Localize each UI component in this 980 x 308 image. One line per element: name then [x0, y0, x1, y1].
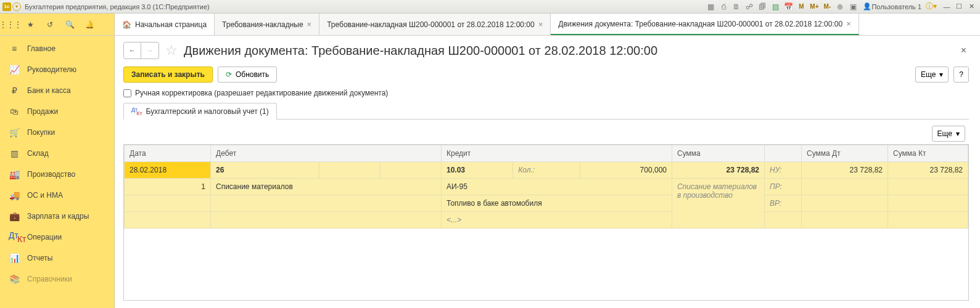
preview-icon[interactable]: ▦: [705, 1, 716, 12]
panel-icon[interactable]: ▣: [847, 1, 859, 12]
sidebar-item-label: Главное: [27, 44, 56, 53]
col-sumkt[interactable]: Сумма Кт: [888, 145, 968, 162]
sidebar-item-catalogs[interactable]: 📚Справочники: [0, 269, 114, 290]
sidebar-item-purchases[interactable]: 🛒Покупки: [0, 122, 114, 143]
close-page-icon[interactable]: ×: [958, 45, 969, 56]
sidebar-item-reports[interactable]: 📊Отчеты: [0, 248, 114, 269]
doc-icon[interactable]: 🗎: [731, 1, 742, 12]
more-button[interactable]: Еще ▾: [915, 67, 949, 83]
sidebar-item-label: ОС и НМА: [27, 191, 63, 200]
cell-sum: 23 728,82: [672, 162, 765, 179]
sidebar-item-production[interactable]: 🏭Производство: [0, 164, 114, 185]
info-icon[interactable]: ⓘ▾: [926, 1, 937, 12]
cell-qty: 700,000: [580, 162, 672, 179]
sidebar-item-label: Склад: [27, 149, 49, 158]
link-icon[interactable]: ☍: [744, 1, 755, 12]
window-title: Бухгалтерия предприятия, редакция 3.0 (1…: [25, 3, 210, 10]
sidebar-item-sales[interactable]: 🛍Продажи: [0, 101, 114, 122]
entry-row[interactable]: Топливо в баке автомобиля ВР:: [125, 195, 968, 212]
back-button[interactable]: ←: [124, 43, 141, 59]
cell-empty: [888, 212, 968, 229]
tab-doc-label: Требование-накладная Ш200-000001 от 28.0…: [327, 20, 535, 29]
calc-icon[interactable]: ▤: [770, 1, 781, 12]
book-icon: 📚: [9, 274, 20, 284]
sidebar-item-main[interactable]: ≡Главное: [0, 38, 114, 59]
cell-empty: [319, 162, 381, 179]
sidebar-item-operations[interactable]: Операции: [0, 227, 114, 248]
page-title: Движения документа: Требование-накладная…: [184, 44, 952, 58]
chart-icon: 📈: [9, 65, 20, 75]
navigation-sidebar: ≡Главное 📈Руководителю ₽Банк и касса 🛍Пр…: [0, 36, 115, 308]
close-icon[interactable]: ×: [307, 20, 312, 29]
search-icon[interactable]: 🔍: [63, 18, 76, 31]
apps-icon[interactable]: ⋮⋮⋮: [4, 18, 17, 31]
calendar-icon[interactable]: 📅: [783, 1, 794, 12]
m-icon[interactable]: M: [796, 1, 807, 12]
close-window-icon[interactable]: ✕: [965, 2, 978, 12]
sidebar-item-assets[interactable]: 🚚ОС и НМА: [0, 185, 114, 206]
sidebar-item-label: Производство: [27, 170, 75, 179]
col-type[interactable]: [765, 145, 802, 162]
forward-button[interactable]: →: [141, 43, 159, 59]
help-button[interactable]: ?: [953, 67, 969, 83]
zoom-icon[interactable]: ⊕: [834, 1, 846, 12]
entries-grid[interactable]: Дата Дебет Кредит Сумма Сумма Дт Сумма К…: [123, 144, 969, 301]
col-credit[interactable]: Кредит: [441, 145, 672, 162]
print-icon[interactable]: ⎙: [718, 1, 729, 12]
cell-empty: [802, 212, 888, 229]
m-minus-icon[interactable]: M-: [821, 1, 833, 12]
favorite-star-icon[interactable]: ☆: [165, 43, 178, 59]
cell-sumdt: 23 728,82: [802, 162, 888, 179]
star-icon[interactable]: ★: [23, 18, 37, 31]
manual-edit-checkbox[interactable]: [123, 89, 131, 97]
history-icon[interactable]: ↺: [43, 18, 57, 31]
bag-icon: 🛍: [9, 107, 20, 116]
dropdown-icon[interactable]: ▾: [12, 2, 21, 11]
register-tabs: Бухгалтерский и налоговый учет (1): [123, 102, 969, 120]
col-date[interactable]: Дата: [125, 145, 211, 162]
tab-accounting[interactable]: Бухгалтерский и налоговый учет (1): [123, 103, 277, 120]
maximize-icon[interactable]: ☐: [953, 2, 965, 12]
bell-icon[interactable]: 🔔: [83, 18, 96, 31]
save-close-button[interactable]: Записать и закрыть: [123, 67, 213, 83]
col-sum[interactable]: Сумма: [672, 145, 765, 162]
tab-list[interactable]: Требования-накладные ×: [215, 14, 319, 35]
cell-empty: [211, 195, 442, 212]
sidebar-item-label: Покупки: [27, 128, 55, 137]
close-icon[interactable]: ×: [538, 20, 543, 29]
grid-more-button[interactable]: Еще ▾: [932, 126, 965, 142]
cell-credit-sub2: Топливо в баке автомобиля: [441, 195, 672, 212]
tab-doc[interactable]: Требование-накладная Ш200-000001 от 28.0…: [319, 14, 551, 35]
sidebar-item-bank[interactable]: ₽Банк и касса: [0, 80, 114, 101]
sidebar-item-label: Банк и касса: [27, 86, 71, 95]
minimize-icon[interactable]: —: [941, 2, 953, 12]
refresh-button[interactable]: ⟳Обновить: [218, 67, 277, 83]
sidebar-item-salary[interactable]: 💼Зарплата и кадры: [0, 206, 114, 227]
manual-edit-row: Ручная корректировка (разрешает редактир…: [123, 89, 969, 97]
col-sumdt[interactable]: Сумма Дт: [802, 145, 888, 162]
sidebar-item-manager[interactable]: 📈Руководителю: [0, 59, 114, 80]
page-icon[interactable]: 🗐: [757, 1, 768, 12]
cell-debit-sub1: Списание материалов: [211, 179, 442, 195]
tab-home[interactable]: 🏠 Начальная страница: [115, 14, 215, 35]
sidebar-item-label: Руководителю: [27, 65, 76, 74]
sidebar-item-label: Отчеты: [27, 254, 52, 262]
entry-row[interactable]: <...>: [125, 212, 968, 229]
entry-row[interactable]: 28.02.2018 26 10.03 Кол.: 700,000 23 728…: [125, 162, 968, 179]
entry-row[interactable]: 1 Списание материалов АИ-95 Списание мат…: [125, 179, 968, 195]
cart-icon: 🛒: [9, 128, 20, 137]
tab-movements[interactable]: Движения документа: Требование-накладная…: [551, 14, 859, 35]
col-debit[interactable]: Дебет: [211, 145, 442, 162]
m-plus-icon[interactable]: M+: [809, 1, 820, 12]
window-titlebar: 1c ▾ Бухгалтерия предприятия, редакция 3…: [0, 0, 980, 14]
user-label[interactable]: 👤 Пользователь 1: [860, 1, 924, 12]
cell-empty: [125, 212, 211, 229]
left-toolbar: ⋮⋮⋮ ★ ↺ 🔍 🔔: [0, 14, 115, 35]
cell-empty: [381, 162, 442, 179]
sidebar-item-label: Зарплата и кадры: [27, 212, 89, 221]
grid-toolbar: Еще ▾: [123, 126, 965, 142]
sidebar-item-warehouse[interactable]: ▥Склад: [0, 143, 114, 164]
close-icon[interactable]: ×: [846, 19, 851, 28]
chevron-down-icon: ▾: [939, 70, 943, 79]
factory-icon: 🏭: [9, 169, 20, 179]
